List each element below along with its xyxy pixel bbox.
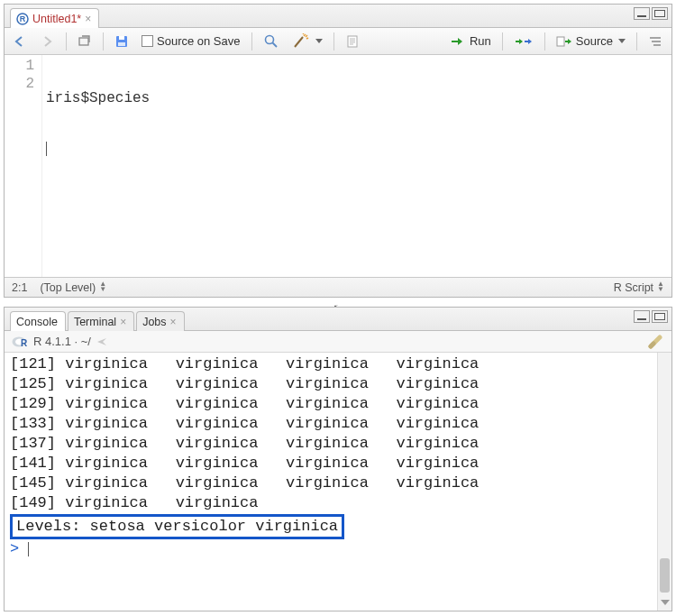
console-prompt[interactable]: >: [10, 540, 28, 557]
svg-line-10: [306, 35, 307, 37]
chevron-down-icon: [315, 39, 323, 43]
svg-point-6: [265, 35, 273, 43]
outline-button[interactable]: [644, 33, 666, 50]
maximize-pane-button[interactable]: [652, 310, 668, 323]
console-output-wrap: [121] virginica virginica virginica virg…: [5, 353, 671, 611]
code-editor[interactable]: 1 2 iris$Species: [5, 55, 671, 277]
forward-button[interactable]: [37, 33, 59, 50]
vertical-scrollbar[interactable]: [657, 353, 671, 611]
console-infobar: R R 4.1.1 · ~/: [5, 331, 671, 353]
code-tools-button[interactable]: [288, 32, 326, 51]
close-tab-icon[interactable]: ×: [120, 316, 126, 328]
checkbox-icon: [142, 35, 153, 47]
dirty-marker: *: [77, 13, 81, 25]
source-on-save-checkbox[interactable]: Source on Save: [138, 32, 244, 50]
r-file-icon: R: [16, 13, 29, 25]
svg-rect-5: [118, 42, 125, 46]
console-tab[interactable]: Console: [10, 311, 66, 331]
show-in-new-window-button[interactable]: [74, 33, 96, 50]
updown-icon: ▲▼: [657, 281, 664, 292]
svg-line-9: [304, 34, 306, 36]
run-label: Run: [470, 34, 491, 48]
rerun-button[interactable]: [510, 33, 537, 50]
code-line: [46, 140, 668, 158]
svg-rect-2: [79, 38, 88, 45]
save-button[interactable]: [111, 32, 132, 51]
source-pane: R Untitled1* × Source on Save Run Source: [4, 4, 672, 298]
cursor-position: 2:1: [12, 281, 27, 294]
close-tab-icon[interactable]: ×: [85, 13, 91, 25]
svg-text:R: R: [21, 338, 28, 348]
find-button[interactable]: [260, 32, 283, 51]
scroll-down-arrow-icon[interactable]: [658, 596, 671, 609]
svg-line-8: [295, 37, 303, 47]
console-info-text: R 4.1.1 · ~/: [33, 335, 91, 348]
run-button[interactable]: Run: [446, 32, 495, 50]
code-line: iris$Species: [46, 89, 668, 107]
source-toolbar: Source on Save Run Source: [5, 28, 671, 55]
svg-line-11: [303, 33, 304, 34]
tab-label: Jobs: [142, 316, 166, 328]
svg-line-12: [306, 38, 308, 39]
source-button[interactable]: Source: [553, 32, 629, 50]
console-tabbar: Console Terminal × Jobs ×: [5, 308, 671, 331]
svg-rect-18: [557, 37, 564, 46]
tab-title: Untitled1: [32, 13, 77, 25]
line-number: 1: [5, 57, 34, 75]
levels-highlight: Levels: setosa versicolor virginica: [10, 514, 344, 539]
chevron-down-icon: [618, 39, 626, 43]
maximize-pane-button[interactable]: [652, 7, 668, 20]
terminal-tab[interactable]: Terminal ×: [68, 311, 134, 331]
minimize-pane-button[interactable]: [634, 7, 650, 20]
r-logo-icon: R: [12, 335, 28, 349]
line-gutter: 1 2: [5, 55, 42, 277]
line-number: 2: [5, 75, 34, 93]
window-controls: [634, 310, 668, 323]
svg-text:R: R: [20, 14, 26, 23]
source-tab[interactable]: R Untitled1* ×: [10, 8, 99, 28]
updown-icon: ▲▼: [99, 281, 106, 292]
source-tabbar: R Untitled1* ×: [5, 5, 671, 28]
compile-report-button[interactable]: [342, 32, 363, 51]
window-controls: [634, 7, 668, 20]
send-icon[interactable]: [96, 336, 109, 347]
source-label: Source: [576, 34, 613, 48]
svg-rect-13: [348, 36, 357, 47]
source-statusbar: 2:1 (Top Level)▲▼ R Script▲▼: [5, 277, 671, 297]
tab-label: Terminal: [74, 316, 116, 328]
scope-selector[interactable]: (Top Level)▲▼: [40, 281, 106, 294]
language-selector[interactable]: R Script▲▼: [614, 281, 664, 294]
back-button[interactable]: [10, 33, 32, 50]
source-on-save-label: Source on Save: [157, 34, 241, 48]
language-label: R Script: [614, 281, 653, 294]
minimize-pane-button[interactable]: [634, 310, 650, 323]
jobs-tab[interactable]: Jobs ×: [136, 311, 184, 331]
scrollbar-thumb[interactable]: [660, 558, 670, 593]
console-pane: Console Terminal × Jobs × R R 4.1.1 · ~/…: [4, 307, 672, 611]
svg-line-7: [272, 42, 277, 47]
cursor: [46, 142, 47, 156]
tab-label: Console: [16, 316, 58, 328]
code-area[interactable]: iris$Species: [42, 55, 671, 277]
svg-rect-4: [119, 36, 124, 40]
clear-console-button[interactable]: [648, 335, 664, 349]
close-tab-icon[interactable]: ×: [170, 316, 177, 328]
console-output[interactable]: [121] virginica virginica virginica virg…: [5, 353, 657, 611]
scope-label: (Top Level): [40, 281, 96, 294]
